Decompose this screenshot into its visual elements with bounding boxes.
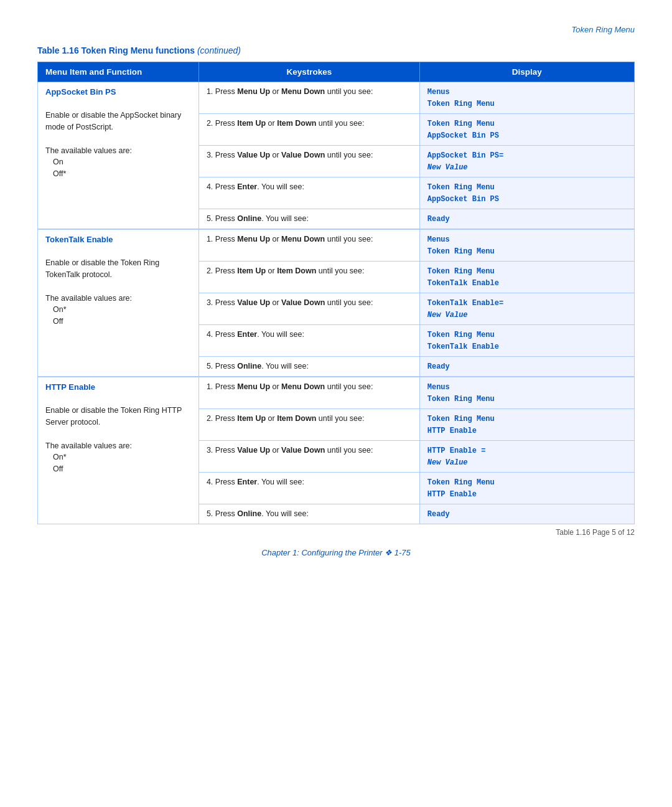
keystroke-cell: 3. Press Value Up or Value Down until yo…	[198, 441, 419, 473]
keystroke-cell: 4. Press Enter. You will see:	[198, 473, 419, 504]
menu-item-cell: TokenTalk EnableEnable or disable the To…	[38, 229, 199, 377]
keystroke-cell: 1. Press Menu Up or Menu Down until you …	[198, 82, 419, 114]
display-cell: Ready	[419, 504, 634, 524]
keystroke-cell: 3. Press Value Up or Value Down until yo…	[198, 293, 419, 325]
keystroke-cell: 2. Press Item Up or Item Down until you …	[198, 114, 419, 146]
display-cell: Token Ring MenuAppSocket Bin PS	[419, 114, 634, 146]
table-title: Table 1.16 Token Ring Menu functions (co…	[37, 45, 635, 55]
page-footer: Table 1.16 Page 5 of 12	[37, 528, 635, 537]
display-cell: Token Ring MenuAppSocket Bin PS	[419, 177, 634, 209]
keystroke-cell: 5. Press Online. You will see:	[198, 357, 419, 377]
col-header-menu: Menu Item and Function	[38, 62, 199, 82]
page-header: Token Ring Menu	[37, 25, 635, 34]
display-cell: AppSocket Bin PS=New Value	[419, 146, 634, 177]
keystroke-cell: 4. Press Enter. You will see:	[198, 177, 419, 209]
keystroke-cell: 1. Press Menu Up or Menu Down until you …	[198, 377, 419, 409]
keystroke-cell: 2. Press Item Up or Item Down until you …	[198, 262, 419, 293]
main-table: Menu Item and Function Keystrokes Displa…	[37, 62, 635, 524]
keystroke-cell: 3. Press Value Up or Value Down until yo…	[198, 146, 419, 177]
keystroke-cell: 4. Press Enter. You will see:	[198, 325, 419, 357]
display-cell: MenusToken Ring Menu	[419, 377, 634, 409]
keystroke-cell: 2. Press Item Up or Item Down until you …	[198, 409, 419, 441]
col-header-display: Display	[419, 62, 634, 82]
display-cell: Ready	[419, 357, 634, 377]
display-cell: Token Ring MenuHTTP Enable	[419, 473, 634, 504]
chapter-footer: Chapter 1: Configuring the Printer ❖ 1-7…	[37, 548, 635, 557]
display-cell: TokenTalk Enable=New Value	[419, 293, 634, 325]
display-cell: Token Ring MenuHTTP Enable	[419, 409, 634, 441]
display-cell: Ready	[419, 209, 634, 230]
keystroke-cell: 1. Press Menu Up or Menu Down until you …	[198, 229, 419, 262]
display-cell: Token Ring MenuTokenTalk Enable	[419, 262, 634, 293]
display-cell: HTTP Enable =New Value	[419, 441, 634, 473]
keystroke-cell: 5. Press Online. You will see:	[198, 209, 419, 230]
display-cell: Token Ring MenuTokenTalk Enable	[419, 325, 634, 357]
keystroke-cell: 5. Press Online. You will see:	[198, 504, 419, 524]
menu-item-cell: AppSocket Bin PSEnable or disable the Ap…	[38, 82, 199, 230]
col-header-keystrokes: Keystrokes	[198, 62, 419, 82]
menu-item-cell: HTTP EnableEnable or disable the Token R…	[38, 377, 199, 524]
display-cell: MenusToken Ring Menu	[419, 82, 634, 114]
display-cell: MenusToken Ring Menu	[419, 229, 634, 262]
